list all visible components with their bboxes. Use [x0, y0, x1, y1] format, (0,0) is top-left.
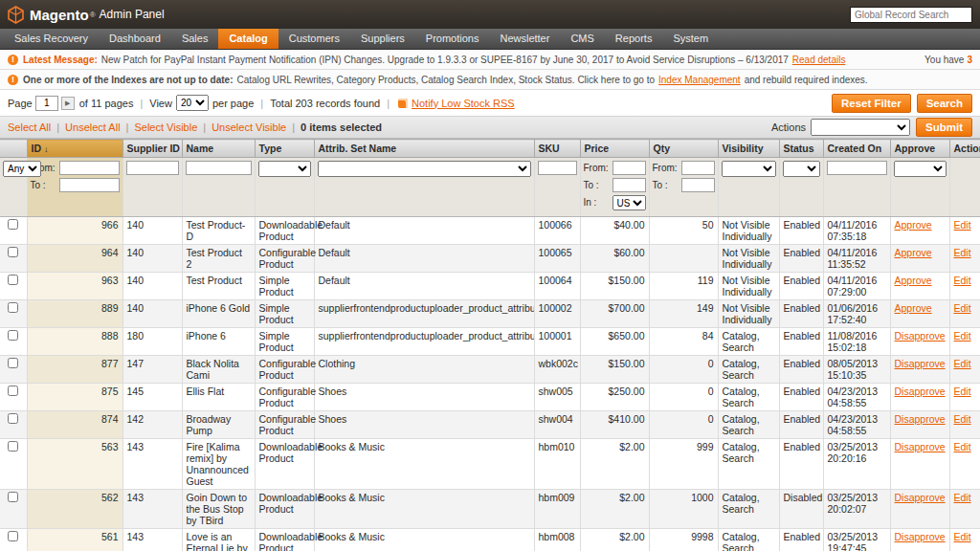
edit-link[interactable]: Edit [954, 302, 971, 314]
approve-link[interactable]: Approve [895, 275, 932, 286]
column-header-attrib-set[interactable]: Attrib. Set Name [314, 140, 534, 158]
edit-link[interactable]: Edit [954, 531, 971, 542]
edit-link[interactable]: Edit [954, 413, 971, 425]
filter-currency-select[interactable]: USD [612, 195, 646, 210]
disapprove-link[interactable]: Disapprove [895, 358, 946, 369]
cell-approve: Disapprove [890, 384, 949, 411]
cell-sku: 100002 [534, 300, 580, 328]
edit-link[interactable]: Edit [954, 386, 971, 397]
row-checkbox[interactable] [8, 219, 18, 230]
column-header-type[interactable]: Type [255, 140, 314, 158]
column-header-approve[interactable]: Approve [890, 140, 949, 158]
disapprove-link[interactable]: Disapprove [895, 386, 946, 397]
index-management-link[interactable]: Index Management [658, 75, 741, 85]
nav-tab-cms[interactable]: CMS [560, 29, 604, 49]
edit-link[interactable]: Edit [954, 358, 971, 369]
column-header-id[interactable]: ID [27, 140, 122, 158]
edit-link[interactable]: Edit [954, 330, 971, 342]
edit-link[interactable]: Edit [954, 219, 971, 231]
page-input[interactable] [35, 96, 58, 111]
select-all-link[interactable]: Select All [8, 121, 51, 133]
nav-tab-newsletter[interactable]: Newsletter [489, 29, 560, 49]
approve-link[interactable]: Approve [895, 247, 932, 258]
filter-price-to-input[interactable] [612, 178, 646, 192]
disapprove-link[interactable]: Disapprove [895, 330, 946, 342]
row-checkbox[interactable] [8, 386, 18, 396]
cell-sku: 100065 [534, 245, 580, 273]
row-checkbox[interactable] [8, 413, 18, 424]
filter-status-select[interactable] [783, 161, 820, 177]
filter-qty-from-input[interactable] [681, 161, 715, 175]
column-header-qty[interactable]: Qty [649, 140, 718, 158]
disapprove-link[interactable]: Disapprove [895, 441, 946, 452]
filter-sku-input[interactable] [538, 161, 577, 175]
filter-visibility-select[interactable] [722, 161, 776, 177]
cell-price: $2.00 [580, 529, 649, 551]
unselect-all-link[interactable]: Unselect All [51, 121, 120, 133]
approve-link[interactable]: Approve [895, 302, 932, 314]
filter-created-on-input[interactable] [827, 161, 887, 175]
edit-link[interactable]: Edit [954, 441, 971, 452]
select-visible-link[interactable]: Select Visible [121, 121, 198, 133]
row-checkbox[interactable] [8, 441, 18, 452]
nav-tab-reports[interactable]: Reports [605, 29, 663, 49]
filter-approve-select[interactable] [894, 161, 947, 177]
reset-filter-button[interactable]: Reset Filter [832, 94, 911, 113]
cell-approve: Approve [890, 245, 949, 273]
cell-visibility: Catalog, Search [718, 384, 779, 411]
notification-count[interactable]: You have3 [915, 55, 972, 65]
low-stock-rss-link[interactable]: Notify Low Stock RSS [412, 98, 515, 109]
read-details-link[interactable]: Read details [792, 55, 846, 65]
approve-link[interactable]: Approve [895, 219, 932, 231]
disapprove-link[interactable]: Disapprove [895, 531, 946, 542]
disapprove-link[interactable]: Disapprove [895, 413, 946, 425]
filter-attrib-set-select[interactable] [318, 161, 531, 177]
column-header-created-on[interactable]: Created On [823, 140, 890, 158]
nav-tab-dashboard[interactable]: Dashboard [99, 29, 171, 49]
row-checkbox[interactable] [8, 247, 18, 257]
row-checkbox[interactable] [8, 358, 18, 368]
row-checkbox[interactable] [8, 275, 18, 285]
filter-name-input[interactable] [186, 161, 252, 175]
row-checkbox[interactable] [8, 330, 18, 341]
filter-type-select[interactable] [258, 161, 311, 177]
massaction-any-select[interactable]: Any [3, 161, 41, 177]
column-header-name[interactable]: Name [182, 140, 255, 158]
product-row: 877147Black Nolita CamiConfigurable Prod… [0, 356, 980, 384]
search-button[interactable]: Search [917, 94, 972, 113]
nav-tab-sales[interactable]: Sales [171, 29, 219, 49]
row-checkbox[interactable] [8, 302, 18, 313]
edit-link[interactable]: Edit [954, 275, 971, 286]
filter-id-from-input[interactable] [59, 161, 120, 175]
row-checkbox[interactable] [8, 531, 18, 541]
disapprove-link[interactable]: Disapprove [895, 492, 946, 503]
global-search-input[interactable] [850, 7, 972, 23]
nav-tab-sales-recovery[interactable]: Sales Recovery [4, 29, 99, 49]
nav-tab-catalog[interactable]: Catalog [218, 29, 278, 49]
cell-action: Edit [949, 356, 980, 384]
cell-created-on: 03/25/2013 20:02:07 [823, 490, 890, 529]
nav-tab-suppliers[interactable]: Suppliers [350, 29, 415, 49]
column-header-sku[interactable]: SKU [534, 140, 580, 158]
filter-price-from-input[interactable] [612, 161, 646, 175]
edit-link[interactable]: Edit [954, 492, 971, 503]
filter-qty-to-input[interactable] [681, 178, 715, 192]
actions-select[interactable] [811, 119, 910, 136]
column-header-supplier-id[interactable]: Supplier ID [122, 140, 182, 158]
nav-tab-customers[interactable]: Customers [278, 29, 350, 49]
edit-link[interactable]: Edit [954, 247, 971, 258]
column-header-visibility[interactable]: Visibility [718, 140, 779, 158]
column-header-status[interactable]: Status [779, 140, 823, 158]
per-page-select[interactable]: 20 [176, 95, 209, 111]
next-page-button[interactable] [61, 97, 75, 110]
column-header-price[interactable]: Price [580, 140, 649, 158]
cell-checkbox [0, 384, 27, 411]
nav-tab-promotions[interactable]: Promotions [415, 29, 490, 49]
column-header-action[interactable]: Action [949, 140, 980, 158]
unselect-visible-link[interactable]: Unselect Visible [197, 121, 286, 133]
filter-id-to-input[interactable] [59, 178, 120, 192]
filter-supplier-id-input[interactable] [126, 161, 179, 175]
row-checkbox[interactable] [8, 492, 18, 502]
submit-button[interactable]: Submit [916, 118, 972, 137]
nav-tab-system[interactable]: System [662, 29, 719, 49]
